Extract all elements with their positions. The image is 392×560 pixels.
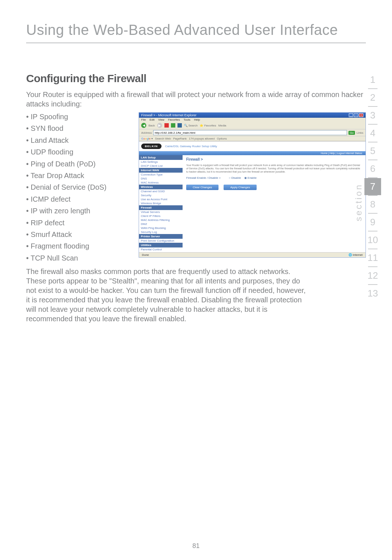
chapter-title: Using the Web-Based Advanced User Interf… xyxy=(26,22,366,43)
belkin-topbar: Home | Help | Logout Internet Status: xyxy=(139,151,366,155)
section-nav-item[interactable]: 13 xyxy=(364,285,381,302)
stop-icon xyxy=(164,123,169,128)
forward-icon: ▶ xyxy=(157,123,162,128)
section-nav-item[interactable]: 2 xyxy=(364,89,381,106)
sidebar-header: Utilities xyxy=(139,243,183,247)
window-title: Firewall > - Microsoft Internet Explorer xyxy=(141,113,196,117)
window-titlebar: Firewall > - Microsoft Internet Explorer… xyxy=(139,113,366,118)
close-icon: × xyxy=(359,113,363,117)
address-label: Address xyxy=(141,131,152,134)
sidebar-item[interactable]: Parental Control xyxy=(139,247,183,251)
menu-item[interactable]: View xyxy=(158,118,164,121)
search-label: 🔍 Search xyxy=(184,124,198,127)
list-item: • Denial of Service (DoS) xyxy=(26,181,131,193)
apply-changes-button[interactable]: Apply Changes xyxy=(224,185,256,190)
ie-toolbar: ◀ Back ▶ 🔍 Search ⭐ Favorites Media xyxy=(139,122,366,129)
sidebar-item[interactable]: MAC Address xyxy=(139,181,183,185)
list-item: • Fragment flooding xyxy=(26,240,131,252)
panel-breadcrumb: Firewall > xyxy=(186,157,362,161)
sidebar-item[interactable]: Client IP Filters xyxy=(139,214,183,218)
list-item: • Land Attack xyxy=(26,134,131,146)
list-item: • UDP flooding xyxy=(26,146,131,158)
sidebar-header: LAN Setup xyxy=(139,155,183,160)
menu-item[interactable]: Help xyxy=(194,118,200,121)
sidebar-item[interactable]: Use as Access Point xyxy=(139,197,183,201)
section-nav-item[interactable]: 11 xyxy=(364,249,381,266)
back-icon: ◀ xyxy=(141,123,146,128)
sidebar-item[interactable]: DHCP Client List xyxy=(139,164,183,168)
sidebar-item[interactable]: Connection Type xyxy=(139,173,183,177)
sidebar-item[interactable]: DMZ xyxy=(139,222,183,226)
sidebar-item[interactable]: WAN Ping Blocking xyxy=(139,226,183,230)
menu-item[interactable]: Tools xyxy=(184,118,191,121)
sidebar-header: Printer Server xyxy=(139,234,183,239)
sidebar-item[interactable]: LAN Settings xyxy=(139,160,183,164)
list-item: • Ping of Death (PoD) xyxy=(26,158,131,170)
attack-list: • IP Spoofing• SYN flood• Land Attack• U… xyxy=(26,111,131,264)
page-number: 81 xyxy=(0,542,392,550)
sidebar-item[interactable]: Virtual Servers xyxy=(139,210,183,214)
list-item: • RIP defect xyxy=(26,217,131,229)
address-bar: Address Go Links xyxy=(139,129,366,136)
panel-description: Your Router is equipped with a firewall … xyxy=(186,164,362,173)
sidebar-header: Internet WAN xyxy=(139,168,183,173)
search-web-button[interactable]: Search Web xyxy=(155,137,171,140)
sidebar-item[interactable]: Wireless Bridge xyxy=(139,201,183,205)
minimize-icon: _ xyxy=(349,113,353,117)
menu-item[interactable]: File xyxy=(141,118,146,121)
google-logo: Google ▾ xyxy=(141,137,153,140)
section-nav-item[interactable]: 10 xyxy=(364,231,381,249)
address-input[interactable] xyxy=(153,130,347,135)
intro-paragraph: Your Router is equipped with a firewall … xyxy=(26,90,366,109)
status-zone: 🌐 Internet xyxy=(348,253,363,257)
router-main-panel: Firewall > Your Router is equipped with … xyxy=(183,155,366,258)
section-heading: Configuring the Firewall xyxy=(26,72,366,85)
sidebar-item[interactable]: Security Log xyxy=(139,230,183,234)
body-paragraph: The firewall also masks common ports tha… xyxy=(26,267,309,323)
sidebar-item[interactable]: MAC Address Filtering xyxy=(139,218,183,222)
radio-enable[interactable]: ◉ Enable xyxy=(244,176,257,180)
list-item: • Tear Drop Attack xyxy=(26,170,131,181)
section-nav-item[interactable]: 8 xyxy=(364,196,381,213)
radio-disable[interactable]: ○ Disable xyxy=(229,176,241,180)
options-button[interactable]: Options xyxy=(217,137,227,140)
belkin-logo: BELKIN xyxy=(141,144,162,149)
section-nav-item[interactable]: 5 xyxy=(364,142,381,160)
go-button[interactable]: Go xyxy=(348,131,355,135)
menu-item[interactable]: Edit xyxy=(150,118,155,121)
section-nav-item[interactable]: 9 xyxy=(364,214,381,231)
pagerank-label: PageRank xyxy=(173,137,187,140)
sidebar-header: Wireless xyxy=(139,185,183,189)
section-nav-item[interactable]: 6 xyxy=(364,160,381,177)
status-done: Done xyxy=(142,253,149,257)
list-item: • TCP Null Scan xyxy=(26,252,131,264)
menu-item[interactable]: Favorites xyxy=(168,118,180,121)
back-label: Back xyxy=(148,124,155,127)
popups-label: 174 popups allowed xyxy=(189,137,215,140)
clear-changes-button[interactable]: Clear Changes xyxy=(186,185,219,190)
section-nav-item[interactable]: 12 xyxy=(364,267,381,284)
sidebar-item[interactable]: Print Server Configuration xyxy=(139,239,183,243)
sidebar-item[interactable]: Security xyxy=(139,193,183,197)
firewall-toggle-label: Firewall Enable / Disable > xyxy=(186,176,221,180)
belkin-subtitle: Cable/DSL Gateway Router Setup Utility xyxy=(165,145,217,148)
section-nav: 12345678910111213 xyxy=(364,71,381,302)
sidebar-item[interactable]: DNS xyxy=(139,177,183,181)
refresh-icon xyxy=(171,123,175,128)
section-vertical-label: section xyxy=(354,184,364,221)
section-nav-item[interactable]: 3 xyxy=(364,107,381,124)
google-toolbar: Google ▾ Search Web PageRank 174 popups … xyxy=(139,136,366,141)
menu-bar: FileEditViewFavoritesToolsHelp xyxy=(139,118,366,122)
ie-status-bar: Done 🌐 Internet xyxy=(139,252,366,257)
list-item: • IP Spoofing xyxy=(26,111,131,122)
section-nav-item[interactable]: 1 xyxy=(364,71,381,88)
list-item: • ICMP defect xyxy=(26,193,131,205)
links-label: Links xyxy=(356,131,363,134)
section-nav-item[interactable]: 7 xyxy=(364,178,381,195)
list-item: • SYN flood xyxy=(26,122,131,134)
home-icon xyxy=(177,123,182,128)
section-nav-item[interactable]: 4 xyxy=(364,125,381,142)
maximize-icon: □ xyxy=(354,113,358,117)
router-sidebar: LAN SetupLAN SettingsDHCP Client ListInt… xyxy=(139,155,183,258)
sidebar-item[interactable]: Channel and SSID xyxy=(139,189,183,193)
